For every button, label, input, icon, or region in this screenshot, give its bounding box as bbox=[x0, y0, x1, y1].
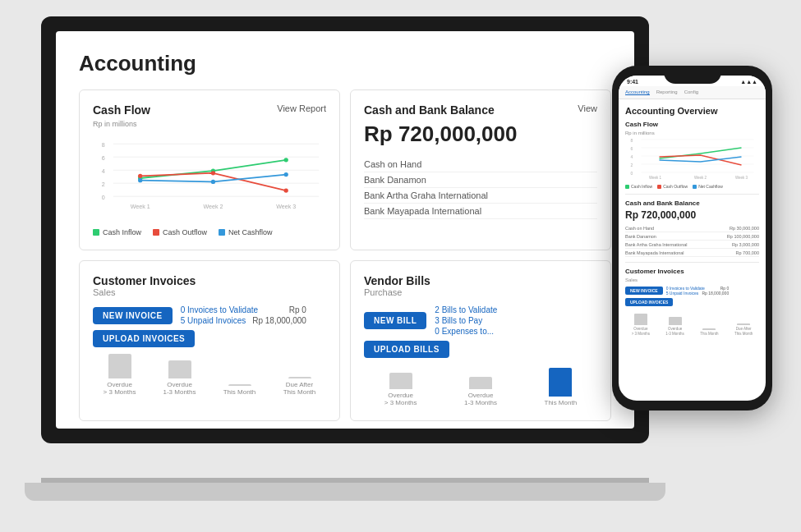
svg-text:0: 0 bbox=[631, 171, 633, 176]
phone-bank-amount-4: Rp 700,000 bbox=[736, 250, 759, 255]
vendor-bar-1 bbox=[389, 373, 412, 389]
bank-item: Bank Mayapada International bbox=[364, 204, 597, 219]
svg-text:Week 3: Week 3 bbox=[735, 176, 748, 180]
vendor-bar-3 bbox=[549, 368, 572, 397]
svg-point-20 bbox=[211, 180, 215, 184]
upload-bills-row: UPLOAD BILLS bbox=[364, 341, 597, 358]
customer-invoices-actions: NEW INVOICE 0 Invoices to Validate Rp 0 … bbox=[93, 305, 326, 347]
svg-point-18 bbox=[284, 188, 288, 192]
balance-amount: Rp 720,000,000 bbox=[364, 122, 597, 147]
phone-upload-invoices-btn[interactable]: UPLOAD INVOICES bbox=[625, 298, 673, 306]
laptop-screen-border: Accounting Cash Flow View Report Rp in m… bbox=[41, 16, 649, 443]
invoices-bar-chart: Overdue> 3 Months Overdue1-3 Months This… bbox=[93, 355, 326, 397]
phone-unpaid-link[interactable]: 5 Unpaid Invoices bbox=[666, 291, 699, 296]
phone-bar-col-1: Overdue> 3 Months bbox=[625, 314, 656, 336]
customer-invoices-subtitle: Sales bbox=[93, 287, 326, 297]
bar-col-this-month: This Month bbox=[213, 384, 266, 397]
dashboard-grid: Cash Flow View Report Rp in millions 8 6… bbox=[79, 89, 611, 421]
cashflow-chart: 8 6 4 2 0 bbox=[93, 133, 326, 223]
upload-invoices-button[interactable]: UPLOAD INVOICES bbox=[93, 330, 195, 347]
phone-bank-row-4: Bank Mayapada International Rp 700,000 bbox=[625, 249, 759, 257]
phone-nav-accounting[interactable]: Accounting bbox=[625, 89, 650, 95]
phone-cashflow-title: Cash Flow bbox=[625, 121, 759, 128]
svg-text:4: 4 bbox=[631, 154, 633, 159]
svg-text:6: 6 bbox=[102, 155, 105, 162]
outflow-label: Cash Outflow bbox=[163, 228, 207, 236]
phone-bank-name-2: Bank Danamon bbox=[625, 234, 656, 239]
cashflow-view-link[interactable]: View Report bbox=[277, 103, 326, 113]
unpaid-invoices-link[interactable]: 5 Unpaid Invoices bbox=[181, 316, 246, 325]
phone-bank-row-3: Bank Artha Graha International Rp 3,000,… bbox=[625, 241, 759, 249]
legend-net-cashflow: Net Cashflow bbox=[219, 228, 273, 236]
svg-point-16 bbox=[138, 174, 142, 178]
phone-bank-row-1: Cash on Hand Rp 30,000,000 bbox=[625, 224, 759, 232]
bills-to-pay-link[interactable]: 3 Bills to Pay bbox=[435, 316, 497, 325]
bar-label-overdue-3m: Overdue> 3 Months bbox=[104, 381, 136, 397]
phone-screen: 9:41 ▲▲▲ Accounting Reporting Config Acc… bbox=[619, 76, 766, 401]
bar-overdue-1-3m bbox=[168, 360, 191, 378]
laptop-base bbox=[25, 483, 665, 501]
invoices-to-validate-link[interactable]: 0 Invoices to Validate bbox=[181, 305, 258, 314]
svg-point-21 bbox=[284, 172, 288, 177]
cash-bank-card: Cash and Bank Balance View Rp 720,000,00… bbox=[350, 89, 611, 250]
cash-bank-title: Cash and Bank Balance bbox=[364, 103, 495, 117]
bar-col-overdue-1-3m: Overdue1-3 Months bbox=[153, 360, 206, 397]
phone-btn-row-2: UPLOAD INVOICES bbox=[625, 298, 759, 306]
divider-2 bbox=[625, 262, 759, 263]
phone: 9:41 ▲▲▲ Accounting Reporting Config Acc… bbox=[612, 66, 772, 410]
phone-bar-3 bbox=[702, 328, 716, 330]
svg-text:Week 3: Week 3 bbox=[276, 204, 296, 210]
svg-text:8: 8 bbox=[102, 142, 105, 149]
new-bill-button[interactable]: NEW BILL bbox=[364, 312, 426, 329]
invoices-to-validate-amount: Rp 0 bbox=[289, 305, 306, 314]
cashflow-title: Cash Flow bbox=[93, 103, 150, 117]
bank-item: Bank Artha Graha International bbox=[364, 188, 597, 204]
phone-bar-2 bbox=[669, 317, 682, 325]
phone-time: 9:41 bbox=[627, 79, 638, 85]
phone-legend-outflow: Cash Outflow bbox=[657, 184, 688, 189]
cash-bank-view-link[interactable]: View bbox=[578, 103, 597, 113]
legend-cash-inflow: Cash Inflow bbox=[93, 228, 141, 236]
svg-text:Week 1: Week 1 bbox=[131, 204, 150, 210]
page-title: Accounting bbox=[79, 51, 611, 76]
phone-bar-label-2: Overdue1-3 Months bbox=[665, 327, 684, 336]
phone-invoices-subtitle: Sales bbox=[625, 277, 759, 282]
phone-nav-reporting[interactable]: Reporting bbox=[656, 89, 678, 95]
phone-new-invoice-btn[interactable]: NEW INVOICE bbox=[625, 287, 663, 295]
phone-btn-row-1: NEW INVOICE 0 Invoices to Validate Rp 0 … bbox=[625, 286, 759, 296]
vendor-bar-label-3: This Month bbox=[545, 399, 578, 407]
phone-nav: Accounting Reporting Config bbox=[619, 86, 766, 99]
expenses-link[interactable]: 0 Expenses to... bbox=[435, 327, 497, 336]
phone-bank-row-2: Bank Danamon Rp 100,000,000 bbox=[625, 232, 759, 241]
vendor-bar-col-3: This Month bbox=[524, 368, 597, 407]
upload-bills-button[interactable]: UPLOAD BILLS bbox=[364, 341, 449, 358]
phone-bar-chart: Overdue> 3 Months Overdue1-3 Months This… bbox=[625, 311, 759, 336]
vendor-bills-title: Vendor Bills bbox=[364, 274, 597, 287]
bar-col-due-after: Due AfterThis Month bbox=[273, 377, 326, 397]
vendor-bills-card: Vendor Bills Purchase NEW BILL 2 Bills t… bbox=[350, 260, 611, 421]
phone-bar-label-3: This Month bbox=[700, 332, 718, 336]
chart-legend: Cash Inflow Cash Outflow Net Cashflow bbox=[93, 228, 326, 236]
vendor-bar-label-1: Overdue> 3 Months bbox=[384, 392, 417, 407]
bills-to-validate-link[interactable]: 2 Bills to Validate bbox=[435, 305, 497, 314]
upload-invoice-row: UPLOAD INVOICES bbox=[93, 330, 326, 347]
cashflow-card: Cash Flow View Report Rp in millions 8 6… bbox=[79, 89, 340, 250]
bank-item: Bank Danamon bbox=[364, 172, 597, 188]
cashflow-unit: Rp in millions bbox=[93, 120, 326, 128]
phone-cashflow-chart: 8 6 4 2 0 Week 1 Week 2 Week 3 bbox=[625, 135, 759, 181]
phone-bank-amount-1: Rp 30,000,000 bbox=[730, 226, 759, 231]
phone-bank-amount-3: Rp 3,000,000 bbox=[732, 242, 759, 247]
phone-inflow-label: Cash Inflow bbox=[631, 184, 652, 189]
unpaid-invoices-amount: Rp 18,000,000 bbox=[252, 316, 306, 325]
phone-invoice-links: 0 Invoices to Validate Rp 0 5 Unpaid Inv… bbox=[666, 286, 730, 296]
scene: Accounting Cash Flow View Report Rp in m… bbox=[0, 0, 801, 532]
new-invoice-button[interactable]: NEW INVOICE bbox=[93, 307, 173, 324]
phone-nav-config[interactable]: Config bbox=[684, 89, 698, 95]
phone-balance: Rp 720,000,000 bbox=[625, 209, 759, 221]
phone-bank-name-1: Cash on Hand bbox=[625, 226, 654, 231]
net-dot bbox=[219, 229, 225, 236]
new-invoice-row: NEW INVOICE 0 Invoices to Validate Rp 0 … bbox=[93, 305, 326, 325]
bar-label-overdue-1-3m: Overdue1-3 Months bbox=[163, 381, 196, 397]
customer-invoices-title: Customer Invoices bbox=[93, 274, 326, 287]
net-label: Net Cashflow bbox=[228, 228, 273, 236]
